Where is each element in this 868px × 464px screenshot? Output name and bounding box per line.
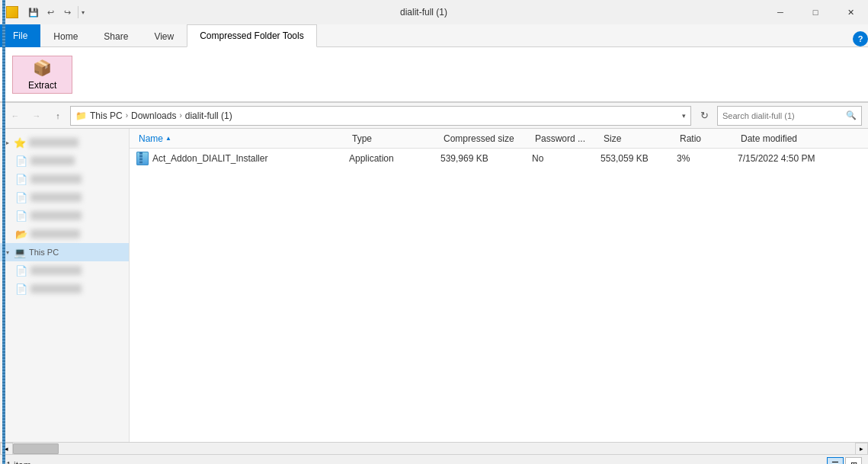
- sidebar-label-5: blurred item 4: [30, 211, 82, 220]
- sidebar-icon-2: 📄: [15, 155, 27, 167]
- breadcrumb-this-pc[interactable]: This PC: [90, 110, 123, 121]
- search-input[interactable]: [722, 111, 843, 120]
- details-view-button[interactable]: ☰: [827, 457, 844, 465]
- breadcrumb-sep-1: ›: [126, 111, 128, 120]
- sidebar-label-4: blurred item 3: [30, 193, 82, 202]
- sidebar-item-4[interactable]: 📄 blurred item 3: [0, 188, 129, 206]
- extract-icon: 📦: [33, 59, 52, 77]
- address-bar: ← → ↑ 📁 This PC › Downloads › dialit-ful…: [0, 103, 868, 129]
- back-button[interactable]: ←: [6, 107, 24, 125]
- scroll-track[interactable]: [13, 443, 855, 454]
- breadcrumb-sep-2: ›: [179, 111, 181, 120]
- col-header-type[interactable]: Type: [349, 129, 440, 148]
- search-box[interactable]: 🔍: [717, 106, 862, 126]
- breadcrumb-dropdown-icon[interactable]: ▾: [682, 112, 686, 120]
- title-bar: 💾 ↩ ↪ ▾ dialit-full (1) ─ □ ✕: [0, 0, 868, 24]
- col-header-compressed[interactable]: Compressed size: [440, 129, 532, 148]
- minimize-button[interactable]: ─: [763, 0, 798, 24]
- scroll-thumb[interactable]: [13, 443, 59, 454]
- sidebar-icon-8: 📄: [15, 283, 27, 295]
- sidebar-item-this-pc[interactable]: ▾ 💻 This PC: [0, 243, 129, 261]
- sidebar-item-7[interactable]: 📄 blurred item 7: [0, 261, 129, 280]
- column-headers: Name ▲ Type Compressed size Password ...…: [130, 129, 868, 149]
- sidebar-icon-3: 📄: [15, 174, 27, 185]
- qa-separator: [78, 6, 78, 18]
- file-area: Name ▲ Type Compressed size Password ...…: [130, 129, 868, 442]
- sidebar-label-6: blurred folder: [30, 229, 80, 238]
- breadcrumb-current[interactable]: dialit-full (1): [185, 110, 232, 121]
- sidebar-section-quick-access: ▸ ⭐ Quick access 📄 blurred item 📄 blurre…: [0, 132, 129, 299]
- sidebar-item-1[interactable]: ▸ ⭐ Quick access: [0, 133, 129, 152]
- file-icon: [136, 152, 149, 165]
- sidebar-label-this-pc: This PC: [29, 248, 59, 257]
- file-cell-date: 7/15/2022 4:50 PM: [738, 153, 868, 164]
- sidebar-label-3: blurred item 2: [30, 174, 82, 184]
- sort-arrow-name: ▲: [165, 135, 171, 142]
- extract-button[interactable]: 📦 Extract: [12, 56, 72, 94]
- tab-compressed-folder-tools[interactable]: Compressed Folder Tools: [187, 24, 317, 47]
- maximize-button[interactable]: □: [798, 0, 833, 24]
- view-toggle-buttons: ☰ ⊞: [827, 457, 862, 465]
- sidebar-icon-4: 📄: [15, 192, 27, 203]
- redo-qa-btn[interactable]: ↪: [59, 5, 75, 20]
- main-layout: ▸ ⭐ Quick access 📄 blurred item 📄 blurre…: [0, 129, 868, 442]
- sidebar-icon-6: 📂: [15, 229, 27, 240]
- ribbon-content: 📦 Extract: [0, 47, 868, 102]
- sidebar-item-3[interactable]: 📄 blurred item 2: [0, 170, 129, 188]
- status-bar: 1 item ☰ ⊞: [0, 454, 868, 464]
- sidebar-label-7: blurred item 7: [30, 266, 82, 275]
- window-controls: ─ □ ✕: [763, 0, 868, 24]
- sidebar: ▸ ⭐ Quick access 📄 blurred item 📄 blurre…: [0, 129, 130, 442]
- file-cell-compressed: 539,969 KB: [440, 153, 532, 164]
- col-header-ratio[interactable]: Ratio: [677, 129, 738, 148]
- col-header-size[interactable]: Size: [601, 129, 677, 148]
- quick-access-toolbar: 💾 ↩ ↪ ▾: [26, 5, 85, 20]
- horizontal-scrollbar[interactable]: ◂ ▸: [0, 442, 868, 454]
- sidebar-label-1: Quick access: [29, 138, 78, 147]
- tab-file[interactable]: File: [0, 24, 40, 47]
- col-header-date[interactable]: Date modified: [738, 129, 868, 148]
- sidebar-icon-1: ⭐: [14, 137, 26, 149]
- sidebar-item-8[interactable]: 📄 blurred item 8: [0, 280, 129, 298]
- sidebar-item-2[interactable]: 📄 blurred item: [0, 152, 129, 170]
- zip-file-icon: [136, 152, 149, 165]
- breadcrumb-bar[interactable]: 📁 This PC › Downloads › dialit-full (1) …: [70, 106, 691, 126]
- sidebar-item-5[interactable]: 📄 blurred item 4: [0, 206, 129, 225]
- undo-qa-btn[interactable]: ↩: [43, 5, 58, 20]
- ribbon: File Home Share View Compressed Folder T…: [0, 24, 868, 103]
- sidebar-label-2: blurred item: [30, 156, 75, 165]
- large-icon-view-button[interactable]: ⊞: [845, 457, 862, 465]
- window-title: dialit-full (1): [85, 7, 763, 18]
- file-cell-size: 553,059 KB: [601, 153, 677, 164]
- scroll-right-button[interactable]: ▸: [855, 443, 868, 455]
- sidebar-icon-this-pc: 💻: [14, 247, 26, 258]
- tab-share[interactable]: Share: [91, 24, 141, 47]
- sidebar-item-6[interactable]: 📂 blurred folder: [0, 225, 129, 243]
- app-icon: [6, 6, 18, 18]
- col-header-name[interactable]: Name ▲: [136, 129, 349, 148]
- sidebar-icon-7: 📄: [15, 265, 27, 277]
- forward-button[interactable]: →: [27, 107, 46, 125]
- breadcrumb-downloads[interactable]: Downloads: [131, 110, 176, 121]
- col-header-password[interactable]: Password ...: [532, 129, 601, 148]
- close-button[interactable]: ✕: [833, 0, 868, 24]
- table-row[interactable]: Act_Addon_DIALIT_Installer Application 5…: [130, 149, 868, 168]
- tab-view[interactable]: View: [141, 24, 187, 47]
- sidebar-icon-5: 📄: [15, 210, 27, 222]
- up-button[interactable]: ↑: [49, 107, 67, 125]
- tab-home[interactable]: Home: [40, 24, 91, 47]
- refresh-button[interactable]: ↻: [694, 106, 714, 126]
- sidebar-label-8: blurred item 8: [30, 284, 82, 293]
- file-cell-password: No: [532, 153, 601, 164]
- file-cell-type: Application: [349, 153, 440, 164]
- file-list: Act_Addon_DIALIT_Installer Application 5…: [130, 149, 868, 442]
- file-cell-ratio: 3%: [677, 153, 738, 164]
- ribbon-tab-bar: File Home Share View Compressed Folder T…: [0, 24, 868, 47]
- save-qa-btn[interactable]: 💾: [26, 5, 41, 20]
- status-item-count: 1 item: [6, 460, 31, 465]
- ribbon-group-extract: 📦 Extract: [6, 50, 78, 99]
- search-icon: 🔍: [846, 110, 857, 120]
- folder-icon: 📁: [75, 110, 87, 121]
- file-cell-name: Act_Addon_DIALIT_Installer: [136, 152, 349, 165]
- help-button[interactable]: ?: [853, 31, 868, 46]
